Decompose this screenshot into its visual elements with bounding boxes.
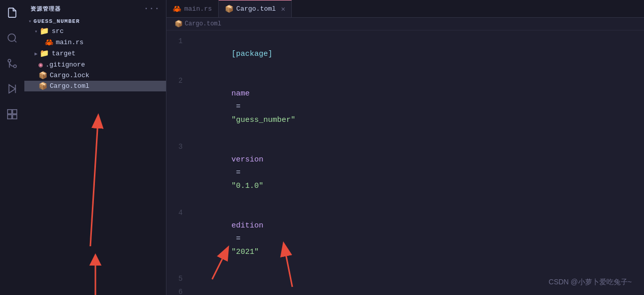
- sidebar-item-cargo-lock[interactable]: 📦 Cargo.lock: [24, 70, 166, 81]
- bracket-open: [package]: [231, 50, 273, 58]
- search-icon[interactable]: [4, 29, 21, 47]
- watermark: CSDN @小萝卜爱吃兔子~: [549, 278, 632, 287]
- run-icon[interactable]: [4, 80, 21, 97]
- svg-rect-7: [13, 110, 17, 114]
- breadcrumb-label: Cargo.toml: [185, 20, 221, 27]
- main-area: 🦀 main.rs 📦 Cargo.toml ✕ 📦 Cargo.toml 1 …: [166, 0, 644, 295]
- line-number-6: 6: [166, 285, 191, 295]
- code-line-3: 3 version = "0.1.0": [166, 140, 644, 206]
- editor[interactable]: 1 [package] 2 name = "guess_number" 3 ve…: [166, 30, 644, 295]
- file-tree: ▾ GUESS_NUMBER ▾ 📁 src 🦀 main.rs ▶ 📁 tar…: [24, 17, 166, 295]
- tab-bar: 🦀 main.rs 📦 Cargo.toml ✕: [166, 0, 644, 18]
- extensions-icon[interactable]: [4, 106, 21, 123]
- key-edition: edition: [231, 221, 263, 230]
- main-rs-tab-label: main.rs: [184, 5, 212, 13]
- line-content-3: version = "0.1.0": [191, 140, 644, 206]
- eq-1: =: [231, 103, 245, 111]
- tab-cargo-toml[interactable]: 📦 Cargo.toml ✕: [219, 0, 292, 17]
- cargo-toml-tab-label: Cargo.toml: [236, 5, 276, 13]
- svg-rect-6: [8, 110, 12, 114]
- cargo-lock-label: Cargo.lock: [50, 72, 89, 79]
- svg-point-2: [14, 65, 17, 68]
- string-edition: "2021": [231, 248, 259, 256]
- sidebar-item-src[interactable]: ▾ 📁 src: [24, 25, 166, 37]
- tab-main-rs[interactable]: 🦀 main.rs: [166, 0, 219, 17]
- cargo-tab-icon: 📦: [225, 5, 233, 13]
- sidebar-title: 资源管理器: [30, 5, 61, 13]
- svg-rect-9: [13, 115, 17, 119]
- rust-file-icon: 🦀: [45, 38, 53, 47]
- cargo-toml-icon: 📦: [39, 82, 47, 90]
- breadcrumb: 📦 Cargo.toml: [166, 18, 644, 30]
- tab-close-icon[interactable]: ✕: [281, 5, 285, 13]
- chevron-right-icon: ▶: [35, 51, 38, 57]
- activity-bar: [0, 0, 24, 295]
- svg-line-1: [14, 40, 16, 42]
- line-number-4: 4: [166, 206, 191, 219]
- eq-3: =: [231, 235, 245, 243]
- source-control-icon[interactable]: [4, 55, 21, 72]
- target-label: target: [52, 50, 76, 57]
- code-line-4: 4 edition = "2021": [166, 206, 644, 272]
- main-rs-label: main.rs: [56, 39, 84, 46]
- root-label: GUESS_NUMBER: [33, 18, 80, 24]
- line-number-3: 3: [166, 140, 191, 153]
- sidebar: 资源管理器 ··· ▾ GUESS_NUMBER ▾ 📁 src 🦀 main.…: [24, 0, 166, 295]
- sidebar-header: 资源管理器 ···: [24, 0, 166, 17]
- sidebar-item-guess-number[interactable]: ▾ GUESS_NUMBER: [24, 17, 166, 25]
- svg-marker-4: [9, 85, 16, 93]
- folder-icon: 📁: [40, 49, 49, 58]
- svg-rect-8: [8, 115, 12, 119]
- line-number-5: 5: [166, 272, 191, 285]
- sidebar-item-main-rs[interactable]: 🦀 main.rs: [24, 37, 166, 48]
- cargo-toml-label: Cargo.toml: [50, 82, 89, 90]
- chevron-down-icon: ▾: [28, 18, 31, 24]
- sidebar-item-cargo-toml[interactable]: 📦 Cargo.toml: [24, 81, 166, 91]
- line-content-2: name = "guess_number": [191, 74, 644, 140]
- sidebar-item-target[interactable]: ▶ 📁 target: [24, 48, 166, 59]
- string-guess-number: "guess_number": [231, 116, 295, 124]
- line-number-2: 2: [166, 74, 191, 87]
- line-content-1: [package]: [191, 35, 644, 74]
- string-version: "0.1.0": [231, 182, 263, 190]
- gitignore-label: .gitignore: [45, 61, 85, 69]
- line-number-1: 1: [166, 35, 191, 48]
- folder-icon: 📁: [40, 26, 49, 36]
- svg-point-3: [8, 59, 11, 62]
- key-version: version: [231, 155, 263, 164]
- code-line-1: 1 [package]: [166, 35, 644, 74]
- cargo-lock-icon: 📦: [39, 71, 47, 80]
- eq-2: =: [231, 169, 245, 177]
- sidebar-item-gitignore[interactable]: ◉ .gitignore: [24, 59, 166, 70]
- line-content-4: edition = "2021": [191, 206, 644, 272]
- sidebar-more-button[interactable]: ···: [144, 4, 160, 13]
- code-line-2: 2 name = "guess_number": [166, 74, 644, 140]
- rust-tab-icon: 🦀: [173, 5, 181, 13]
- svg-point-0: [8, 34, 16, 42]
- src-label: src: [52, 27, 63, 35]
- chevron-down-icon: ▾: [35, 28, 38, 35]
- breadcrumb-icon: 📦: [175, 20, 183, 28]
- git-icon: ◉: [39, 60, 43, 69]
- files-icon[interactable]: [4, 4, 21, 21]
- key-name: name: [231, 89, 250, 98]
